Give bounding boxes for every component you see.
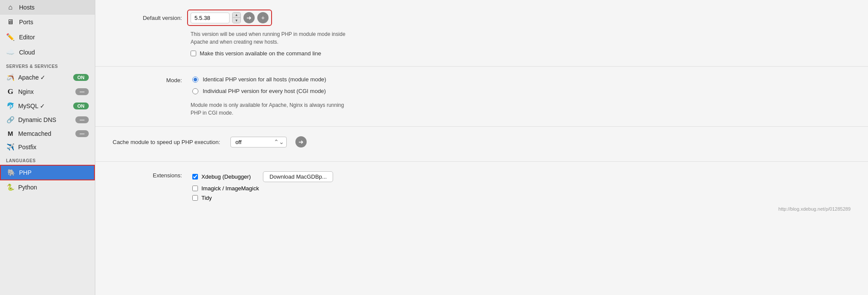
- default-version-label: Default version:: [113, 15, 182, 21]
- version-input[interactable]: [191, 13, 230, 23]
- mode-desc-line1: Module mode is only available for Apache…: [191, 102, 344, 108]
- xdebug-checkbox[interactable]: [192, 174, 198, 180]
- php-label: PHP: [19, 169, 32, 176]
- cmdline-label: Make this version available on the comma…: [200, 50, 321, 57]
- cmdline-row: Make this version available on the comma…: [191, 50, 851, 57]
- ext-xdebug-row: Xdebug (Debugger) Download MacGDBp...: [192, 171, 333, 182]
- sidebar-item-dns[interactable]: 🔗 Dynamic DNS —: [0, 113, 95, 127]
- version-desc-line2: Apache and when creating new hosts.: [191, 39, 279, 45]
- download-macgdbp-button[interactable]: Download MacGDBp...: [263, 171, 333, 182]
- sidebar-item-php[interactable]: 🐘 PHP: [0, 165, 95, 180]
- python-label: Python: [18, 184, 37, 191]
- cmdline-checkbox[interactable]: [191, 51, 196, 56]
- sidebar-item-nginx[interactable]: G Nginx —: [0, 84, 95, 99]
- languages-section-label: LANGUAGES: [0, 154, 95, 165]
- sidebar-item-ports-label: Ports: [19, 19, 33, 26]
- xdebug-label: Xdebug (Debugger): [201, 173, 251, 180]
- nginx-icon: G: [6, 87, 15, 96]
- imagick-checkbox[interactable]: [192, 186, 198, 191]
- hosts-icon: ⌂: [6, 3, 15, 11]
- dns-badge: —: [75, 116, 89, 123]
- version-description: This version will be used when running P…: [191, 30, 851, 46]
- version-add-button[interactable]: +: [257, 12, 269, 23]
- mode-option2-label: Individual PHP version for every host (C…: [203, 88, 326, 94]
- mysql-icon: 🐬: [6, 102, 15, 110]
- cache-select-wrapper: off apc xcache eaccelerator ⌃⌄: [230, 137, 287, 148]
- memcached-icon: M: [6, 130, 15, 137]
- mode-label: Mode:: [113, 77, 182, 83]
- extensions-row: Extensions: Xdebug (Debugger) Download M…: [113, 171, 851, 201]
- extensions-label: Extensions:: [113, 172, 182, 179]
- dns-icon: 🔗: [6, 116, 15, 124]
- version-box: ▲ ▼ ➜ +: [187, 10, 272, 26]
- cache-select[interactable]: off apc xcache eaccelerator: [230, 137, 287, 148]
- sidebar-item-apache[interactable]: 🪃 Apache ✓ ON: [0, 71, 95, 84]
- apache-label: Apache ✓: [18, 74, 70, 81]
- mode-desc-line2: PHP in CGI mode.: [191, 110, 233, 116]
- nginx-badge: —: [75, 88, 89, 95]
- ports-icon: 🖥: [6, 18, 15, 26]
- extensions-section: Extensions: Xdebug (Debugger) Download M…: [95, 162, 868, 215]
- version-stepper-down[interactable]: ▼: [233, 18, 240, 23]
- cache-label: Cache module to speed up PHP execution:: [113, 139, 220, 145]
- imagick-label: Imagick / ImageMagick: [201, 185, 259, 192]
- cloud-icon: ☁️: [6, 48, 15, 56]
- sidebar-item-hosts[interactable]: ⌂ Hosts: [0, 0, 95, 15]
- mode-option1-row: Identical PHP version for all hosts (mod…: [192, 76, 326, 83]
- dns-label: Dynamic DNS: [18, 116, 72, 123]
- extensions-list: Xdebug (Debugger) Download MacGDBp... Im…: [192, 171, 333, 201]
- sidebar-item-ports[interactable]: 🖥 Ports: [0, 15, 95, 29]
- mode-section: Mode: Identical PHP version for all host…: [95, 67, 868, 127]
- python-icon: 🐍: [6, 183, 15, 191]
- sidebar-item-cloud-label: Cloud: [19, 49, 35, 56]
- postfix-label: Postfix: [18, 144, 89, 151]
- apache-icon: 🪃: [6, 74, 15, 81]
- apache-badge: ON: [73, 74, 89, 81]
- php-icon: 🐘: [7, 169, 16, 176]
- sidebar-item-editor-label: Editor: [19, 34, 35, 41]
- memcached-badge: —: [75, 130, 89, 137]
- ext-tidy-row: Tidy: [192, 195, 333, 201]
- postfix-icon: ✈️: [6, 143, 15, 151]
- mysql-badge: ON: [73, 103, 89, 109]
- cache-section: Cache module to speed up PHP execution: …: [95, 127, 868, 162]
- cache-row: Cache module to speed up PHP execution: …: [113, 136, 851, 148]
- sidebar: ⌂ Hosts 🖥 Ports ✏️ Editor ☁️ Cloud SERVE…: [0, 0, 95, 295]
- sidebar-item-hosts-label: Hosts: [19, 4, 35, 11]
- tidy-checkbox[interactable]: [192, 195, 198, 201]
- default-version-section: Default version: ▲ ▼ ➜ + This version wi…: [95, 0, 868, 67]
- version-stepper: ▲ ▼: [232, 12, 241, 23]
- mode-radio-1[interactable]: [192, 77, 198, 83]
- mode-option2-row: Individual PHP version for every host (C…: [192, 88, 326, 94]
- cache-go-button[interactable]: ➜: [295, 136, 307, 148]
- servers-section-label: SERVERS & SERVICES: [0, 60, 95, 71]
- main-relative: Default version: ▲ ▼ ➜ + This version wi…: [95, 0, 868, 295]
- mode-row: Mode: Identical PHP version for all host…: [113, 76, 851, 97]
- mysql-label: MySQL ✓: [18, 103, 70, 109]
- sidebar-item-editor[interactable]: ✏️ Editor: [0, 29, 95, 45]
- sidebar-item-python[interactable]: 🐍 Python: [0, 180, 95, 194]
- tidy-label: Tidy: [201, 195, 212, 201]
- version-stepper-up[interactable]: ▲: [233, 13, 240, 18]
- mode-options: Identical PHP version for all hosts (mod…: [192, 76, 326, 97]
- nginx-label: Nginx: [18, 88, 72, 95]
- memcached-label: Memcached: [18, 130, 72, 137]
- sidebar-item-mysql[interactable]: 🐬 MySQL ✓ ON: [0, 99, 95, 113]
- version-row: Default version: ▲ ▼ ➜ +: [113, 10, 851, 26]
- mode-description: Module mode is only available for Apache…: [191, 101, 851, 117]
- version-desc-line1: This version will be used when running P…: [191, 31, 345, 37]
- sidebar-item-cloud[interactable]: ☁️ Cloud: [0, 45, 95, 60]
- editor-icon: ✏️: [6, 33, 15, 41]
- sidebar-item-memcached[interactable]: M Memcached —: [0, 127, 95, 140]
- mode-option1-label: Identical PHP version for all hosts (mod…: [203, 76, 326, 83]
- ext-imagick-row: Imagick / ImageMagick: [192, 185, 333, 192]
- version-go-button[interactable]: ➜: [243, 12, 255, 23]
- mode-radio-2[interactable]: [192, 88, 198, 94]
- main-content: Default version: ▲ ▼ ➜ + This version wi…: [95, 0, 868, 295]
- url-hint: http://blog.xdebug.net/p/01285289: [778, 206, 851, 212]
- sidebar-item-postfix[interactable]: ✈️ Postfix: [0, 140, 95, 154]
